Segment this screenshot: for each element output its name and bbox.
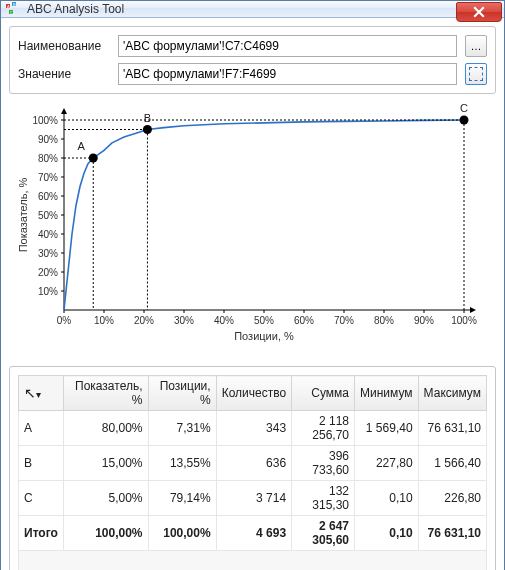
data-cell: 100,00% <box>148 516 216 551</box>
titlebar: ABC ABC Analysis Tool <box>1 1 504 18</box>
row-label-cell: B <box>19 446 64 481</box>
window-title: ABC Analysis Tool <box>27 2 124 16</box>
data-cell: 636 <box>216 446 291 481</box>
svg-text:Показатель, %: Показатель, % <box>17 177 29 252</box>
svg-point-54 <box>89 154 98 163</box>
svg-text:30%: 30% <box>174 315 194 326</box>
close-button[interactable] <box>456 2 502 22</box>
svg-text:80%: 80% <box>374 315 394 326</box>
name-range-button[interactable]: … <box>465 35 487 57</box>
data-cell: 7,31% <box>148 411 216 446</box>
svg-text:100%: 100% <box>451 315 477 326</box>
svg-text:30%: 30% <box>38 248 58 259</box>
svg-point-62 <box>460 116 469 125</box>
app-window: ABC ABC Analysis Tool Наименование … Зна… <box>0 0 505 570</box>
svg-text:20%: 20% <box>38 267 58 278</box>
svg-text:20%: 20% <box>134 315 154 326</box>
svg-text:A: A <box>7 4 10 9</box>
svg-text:10%: 10% <box>38 286 58 297</box>
data-cell: 396 733,60 <box>292 446 355 481</box>
svg-text:50%: 50% <box>254 315 274 326</box>
row-label-cell: A <box>19 411 64 446</box>
data-cell: 80,00% <box>63 411 148 446</box>
svg-text:40%: 40% <box>38 229 58 240</box>
data-cell: 4 693 <box>216 516 291 551</box>
col-header: Минимум <box>355 376 419 411</box>
data-cell: 13,55% <box>148 446 216 481</box>
value-input[interactable] <box>118 63 457 85</box>
close-icon <box>473 6 485 18</box>
ellipsis-icon: … <box>471 40 482 52</box>
data-cell: 0,10 <box>355 481 419 516</box>
selection-icon <box>469 67 483 81</box>
table-row[interactable]: A80,00%7,31%3432 118 256,701 569,4076 63… <box>19 411 487 446</box>
pareto-chart: 10%20%30%40%50%60%70%80%90%100%0%10%20%3… <box>9 100 479 355</box>
data-cell: 15,00% <box>63 446 148 481</box>
svg-text:10%: 10% <box>94 315 114 326</box>
data-cell: 3 714 <box>216 481 291 516</box>
app-icon: ABC <box>5 1 21 17</box>
cursor-icon: ↖▾ <box>24 385 41 401</box>
svg-text:60%: 60% <box>294 315 314 326</box>
col-header: Сумма <box>292 376 355 411</box>
svg-text:Позиции, %: Позиции, % <box>234 330 294 342</box>
col-header: Позиции, % <box>148 376 216 411</box>
svg-text:40%: 40% <box>214 315 234 326</box>
svg-point-58 <box>143 125 152 134</box>
value-range-button[interactable] <box>465 63 487 85</box>
window-body: Наименование … Значение 10%20%30%40%50%6… <box>1 18 504 570</box>
data-cell: 76 631,10 <box>418 516 486 551</box>
data-cell: 1 569,40 <box>355 411 419 446</box>
data-cell: 227,80 <box>355 446 419 481</box>
col-header: Количество <box>216 376 291 411</box>
row-label-cell: Итого <box>19 516 64 551</box>
svg-text:90%: 90% <box>414 315 434 326</box>
data-cell: 76 631,10 <box>418 411 486 446</box>
data-cell: 1 566,40 <box>418 446 486 481</box>
row-header-col: ↖▾ <box>19 376 64 411</box>
svg-text:70%: 70% <box>38 172 58 183</box>
table-row[interactable]: C5,00%79,14%3 714132 315,300,10226,80 <box>19 481 487 516</box>
results-table-panel: ↖▾Показатель, %Позиции, %КоличествоСумма… <box>9 366 496 570</box>
table-total-row[interactable]: Итого100,00%100,00%4 6932 647 305,600,10… <box>19 516 487 551</box>
data-cell: 0,10 <box>355 516 419 551</box>
svg-text:0%: 0% <box>57 315 72 326</box>
data-cell: 132 315,30 <box>292 481 355 516</box>
data-cell: 79,14% <box>148 481 216 516</box>
inputs-panel: Наименование … Значение <box>9 26 496 94</box>
svg-text:100%: 100% <box>32 115 58 126</box>
svg-text:B: B <box>144 112 151 124</box>
data-cell: 343 <box>216 411 291 446</box>
table-filler-row <box>19 551 487 571</box>
data-cell: 226,80 <box>418 481 486 516</box>
row-label-cell: C <box>19 481 64 516</box>
col-header: Показатель, % <box>63 376 148 411</box>
table-row[interactable]: B15,00%13,55%636396 733,60227,801 566,40 <box>19 446 487 481</box>
name-label: Наименование <box>18 39 110 53</box>
chart-panel: 10%20%30%40%50%60%70%80%90%100%0%10%20%3… <box>9 100 496 360</box>
svg-text:70%: 70% <box>334 315 354 326</box>
svg-text:A: A <box>78 140 86 152</box>
results-table: ↖▾Показатель, %Позиции, %КоличествоСумма… <box>18 375 487 570</box>
data-cell: 5,00% <box>63 481 148 516</box>
data-cell: 100,00% <box>63 516 148 551</box>
svg-text:B: B <box>13 2 16 7</box>
data-cell: 2 118 256,70 <box>292 411 355 446</box>
col-header: Максимум <box>418 376 486 411</box>
svg-text:50%: 50% <box>38 210 58 221</box>
name-input[interactable] <box>118 35 457 57</box>
svg-text:C: C <box>460 102 468 114</box>
svg-text:90%: 90% <box>38 134 58 145</box>
value-label: Значение <box>18 67 110 81</box>
data-cell: 2 647 305,60 <box>292 516 355 551</box>
svg-text:60%: 60% <box>38 191 58 202</box>
svg-text:80%: 80% <box>38 153 58 164</box>
svg-text:C: C <box>10 10 13 15</box>
